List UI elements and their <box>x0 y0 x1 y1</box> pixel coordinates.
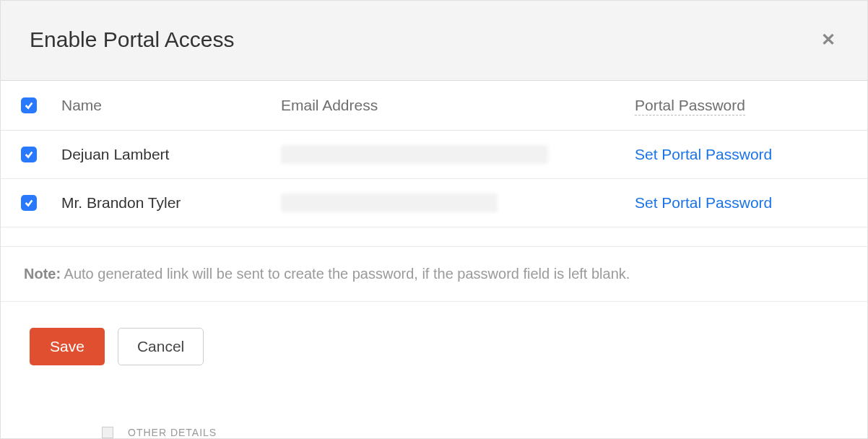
contact-email <box>281 194 635 212</box>
set-portal-password-link[interactable]: Set Portal Password <box>635 146 772 163</box>
table-header-row: Name Email Address Portal Password <box>1 81 867 131</box>
contact-name: Mr. Brandon Tyler <box>61 194 281 212</box>
table-row: Dejuan Lambert Set Portal Password <box>1 131 867 179</box>
email-redacted <box>281 145 548 164</box>
contact-email <box>281 145 635 164</box>
note-text: Auto generated link will be sent to crea… <box>61 266 630 282</box>
note-section: Note: Auto generated link will be sent t… <box>1 246 867 302</box>
column-header-email: Email Address <box>281 97 635 114</box>
modal-header: Enable Portal Access ✕ <box>1 1 867 81</box>
background-section: OTHER DETAILS <box>102 427 217 438</box>
row-checkbox[interactable] <box>21 195 37 211</box>
contact-name: Dejuan Lambert <box>61 146 281 163</box>
enable-portal-modal: Enable Portal Access ✕ Name Email Addres… <box>0 0 868 439</box>
row-checkbox[interactable] <box>21 147 37 162</box>
column-header-password: Portal Password <box>635 97 745 116</box>
email-redacted <box>281 194 498 212</box>
cancel-button[interactable]: Cancel <box>118 328 204 365</box>
close-icon[interactable]: ✕ <box>818 27 838 53</box>
background-checkbox[interactable] <box>102 427 113 438</box>
background-label: OTHER DETAILS <box>128 427 217 438</box>
column-header-name: Name <box>61 97 281 114</box>
modal-footer: Save Cancel <box>1 302 867 391</box>
set-portal-password-link[interactable]: Set Portal Password <box>635 194 772 212</box>
select-all-checkbox[interactable] <box>21 97 37 113</box>
note-label: Note: <box>24 266 61 282</box>
modal-title: Enable Portal Access <box>30 27 235 52</box>
table-row: Mr. Brandon Tyler Set Portal Password <box>1 179 867 227</box>
save-button[interactable]: Save <box>30 328 105 365</box>
